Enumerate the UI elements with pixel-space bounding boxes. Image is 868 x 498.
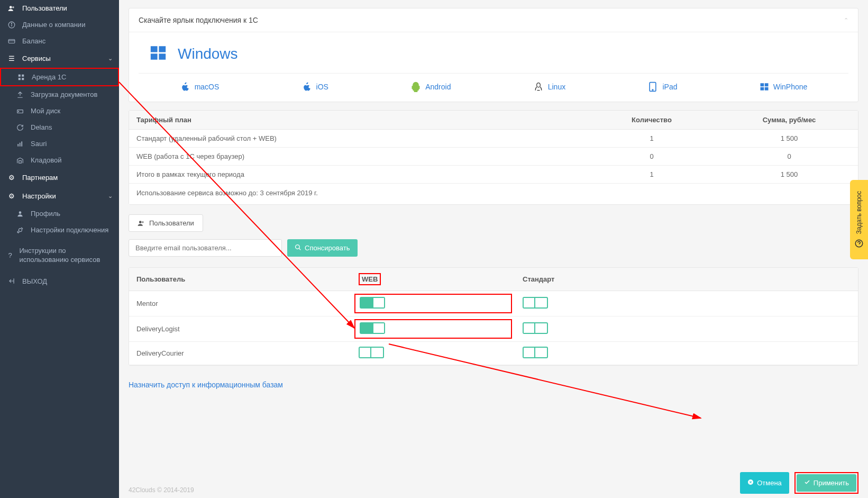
upload-icon [15,91,25,98]
svg-point-17 [19,211,22,214]
sidebar-item-users[interactable]: Пользователи [0,0,119,16]
sidebar-section-partners[interactable]: ⚙Партнерам [0,168,119,187]
tab-label: Пользователи [149,219,194,227]
svg-rect-16 [19,160,22,163]
sidebar-item-rent1c[interactable]: Аренда 1С [0,68,119,86]
download-android[interactable]: Android [410,82,451,92]
sidebar-item-mydisk[interactable]: Мой диск [0,103,119,119]
sponsor-button[interactable]: Спонсировать [287,239,358,257]
chart-icon [15,140,25,148]
toggle[interactable] [360,297,385,309]
tariff-head-qty: Количество [583,111,720,130]
sidebar-item-profile[interactable]: Профиль [0,205,119,222]
apply-button[interactable]: Применить [797,474,856,492]
download-macos[interactable]: macOS [180,82,220,92]
toggle[interactable] [359,347,384,358]
table-row: WEB (работа с 1С через браузер)00 [129,148,858,166]
copyright: 42Clouds © 2014-2019 [129,486,194,494]
user-icon [15,210,25,218]
svg-point-12 [19,111,19,112]
help-icon: ? [6,251,14,259]
users-icon [6,5,17,12]
tariff-table: Тарифный план Количество Сумма, руб/мес … [129,110,858,205]
cancel-button[interactable]: Отмена [740,472,789,494]
svg-point-30 [142,221,144,223]
toggle[interactable] [360,322,385,334]
chevron-down-icon: ⌄ [108,55,113,62]
info-icon [6,21,17,29]
user-std [515,342,858,365]
user-std [515,316,858,342]
card-icon [6,38,17,45]
toggle[interactable] [523,322,548,334]
sidebar-label: Аренда 1С [32,73,66,81]
os-label: Android [425,83,451,91]
table-row: DeliveryLogist [129,316,858,342]
svg-rect-21 [159,53,166,59]
svg-rect-10 [22,78,24,80]
services-icon: ☰ [6,55,17,62]
user-name: Mentor [129,291,351,316]
sidebar-label: Профиль [31,210,60,218]
download-winphone[interactable]: WinPhone [760,82,808,92]
gear-icon: ⚙ [6,192,17,200]
svg-point-36 [855,240,863,247]
tariff-qty: 1 [583,166,720,184]
download-ipad[interactable]: iPad [647,82,677,92]
sidebar-section-services[interactable]: ☰Сервисы ⌄ [0,49,119,68]
svg-point-4 [11,23,12,23]
search-icon [295,244,301,252]
svg-rect-5 [8,39,15,43]
email-input[interactable] [129,239,282,257]
svg-point-29 [139,221,142,223]
svg-rect-25 [760,83,764,86]
download-panel-header[interactable]: Скачайте ярлык подключения к 1С ⌃ [129,8,858,32]
tariff-sum: 0 [720,148,858,166]
linux-icon [533,82,544,92]
tariff-head-plan: Тарифный план [129,111,583,130]
sidebar-section-settings[interactable]: ⚙Настройки ⌄ [0,187,119,205]
sidebar-item-delans[interactable]: Delans [0,119,119,135]
svg-rect-19 [159,46,166,52]
table-row: Mentor [129,291,858,316]
access-link[interactable]: Назначить доступ к информационным базам [129,381,283,389]
sidebar-label: Кладовой [31,156,61,164]
chat-icon [854,239,864,248]
download-windows[interactable]: Windows [139,42,848,73]
android-icon [410,82,421,92]
sidebar-item-upload[interactable]: Загрузка документов [0,86,119,103]
toggle[interactable] [523,347,548,358]
sidebar: Пользователи Данные о компании Баланс ☰С… [0,0,119,498]
tariff-qty: 0 [583,148,720,166]
sidebar-item-conn[interactable]: Настройки подключения [0,222,119,238]
toggle[interactable] [523,297,548,309]
svg-rect-26 [765,83,769,86]
feedback-tab[interactable]: Задать вопрос [850,180,868,259]
sidebar-item-instructions[interactable]: ? Инструкции по использованию сервисов [0,242,119,269]
tariff-note: Использование сервиса возможно до: 3 сен… [129,184,858,204]
tab-users[interactable]: Пользователи [129,214,203,232]
sidebar-item-company[interactable]: Данные о компании [0,16,119,33]
svg-rect-9 [19,78,21,80]
download-ios[interactable]: iOS [301,82,328,92]
sidebar-item-balance[interactable]: Баланс [0,33,119,49]
sidebar-label: Настройки подключения [31,226,108,234]
download-linux[interactable]: Linux [533,82,565,92]
apply-label: Применить [814,479,849,487]
users-head-web: WEB [351,268,515,291]
sidebar-label: Мой диск [31,107,60,115]
sidebar-label: Баланс [22,37,45,45]
sponsor-label: Спонсировать [305,244,350,252]
sidebar-item-logout[interactable]: ВЫХОД [0,273,119,289]
refresh-icon [15,124,25,131]
download-panel: Скачайте ярлык подключения к 1С ⌃ Window… [129,8,858,102]
sidebar-label: Загрузка документов [31,90,97,98]
tariff-sum: 1 500 [720,130,858,148]
table-row: Итого в рамках текущего периода11 500 [129,166,858,184]
sidebar-item-klad[interactable]: Кладовой [0,152,119,168]
main-content: Скачайте ярлык подключения к 1С ⌃ Window… [119,0,868,498]
apple-icon [180,82,190,92]
sidebar-item-sauri[interactable]: Sauri [0,135,119,152]
svg-rect-15 [21,141,22,146]
users-table: Пользователь WEB Стандарт MentorDelivery… [129,267,858,366]
